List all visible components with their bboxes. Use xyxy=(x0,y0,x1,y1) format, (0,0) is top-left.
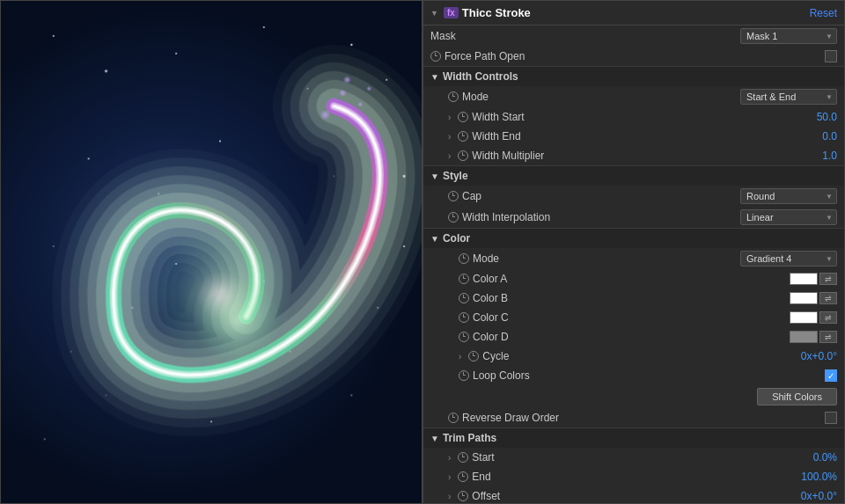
color-b-label: Color B xyxy=(430,292,790,304)
width-multiplier-number[interactable]: 1.0 xyxy=(822,150,837,162)
loop-colors-checkbox[interactable]: ✓ xyxy=(825,369,837,382)
width-start-clock-icon[interactable] xyxy=(458,112,468,122)
reverse-draw-order-checkbox[interactable] xyxy=(825,412,837,424)
style-label: Style xyxy=(443,170,468,182)
style-arrow: ▼ xyxy=(430,172,439,181)
color-d-row: Color D ⇌ xyxy=(423,327,844,347)
trim-end-value: 100.0% xyxy=(801,471,837,483)
width-start-number[interactable]: 50.0 xyxy=(817,111,837,123)
color-b-value: ⇌ xyxy=(790,292,837,304)
trim-start-expand[interactable]: › xyxy=(448,453,451,463)
mask-value[interactable]: Mask 1 None Mask 2 xyxy=(740,28,837,44)
width-end-expand[interactable]: › xyxy=(448,132,451,142)
width-interp-select[interactable]: Linear Ease In Ease Out xyxy=(740,209,837,225)
force-path-open-row: Force Path Open xyxy=(423,47,844,66)
color-a-label: Color A xyxy=(430,273,790,285)
width-end-clock-icon[interactable] xyxy=(458,131,468,142)
width-mode-dropdown-wrapper[interactable]: Start & End Uniform None xyxy=(740,89,837,105)
cycle-clock-icon[interactable] xyxy=(468,351,479,362)
fx-badge: fx xyxy=(444,7,459,18)
width-start-expand[interactable]: › xyxy=(448,113,451,122)
color-mode-clock-icon[interactable] xyxy=(459,253,469,264)
panel-header: ▼ fx Thicc Stroke Reset xyxy=(423,1,844,26)
cycle-expand[interactable]: › xyxy=(459,352,461,362)
color-b-swatch[interactable] xyxy=(790,292,818,304)
shift-colors-button[interactable]: Shift Colors xyxy=(757,388,837,405)
force-path-open-checkbox[interactable] xyxy=(825,50,837,62)
color-mode-label: Mode xyxy=(430,252,740,265)
width-interpolation-label: Width Interpolation xyxy=(430,211,740,223)
color-c-value: ⇌ xyxy=(790,311,837,324)
color-d-swatch[interactable] xyxy=(790,331,818,343)
color-section[interactable]: ▼ Color xyxy=(423,228,844,248)
color-a-clock-icon[interactable] xyxy=(459,274,469,284)
width-mode-label: Mode xyxy=(430,91,740,103)
shift-colors-row: Shift Colors xyxy=(423,385,844,408)
cap-dropdown-wrapper[interactable]: Round Flat Square xyxy=(740,188,837,204)
width-interp-clock-icon[interactable] xyxy=(448,212,459,223)
reverse-draw-order-label: Reverse Draw Order xyxy=(430,412,825,424)
trim-end-label: › End xyxy=(430,471,801,483)
color-a-swatch[interactable] xyxy=(790,273,818,285)
reverse-draw-clock-icon[interactable] xyxy=(448,413,459,423)
color-b-row: Color B ⇌ xyxy=(423,289,844,308)
color-a-arrow-btn[interactable]: ⇌ xyxy=(819,273,837,285)
width-controls-label: Width Controls xyxy=(443,70,518,83)
width-mode-select[interactable]: Start & End Uniform None xyxy=(740,89,837,105)
cycle-number[interactable]: 0x+0.0° xyxy=(801,350,837,362)
trim-offset-clock-icon[interactable] xyxy=(458,491,468,501)
trim-start-row: › Start 0.0% xyxy=(423,448,844,467)
color-d-label: Color D xyxy=(430,331,790,343)
color-a-value: ⇌ xyxy=(790,273,837,285)
color-mode-value[interactable]: Gradient 4 Gradient 2 Solid xyxy=(740,251,837,267)
color-d-clock-icon[interactable] xyxy=(459,332,469,342)
width-multiplier-row: › Width Multiplier 1.0 xyxy=(423,146,844,165)
cap-clock-icon[interactable] xyxy=(448,191,459,201)
width-controls-arrow: ▼ xyxy=(430,72,439,82)
width-interp-dropdown-wrapper[interactable]: Linear Ease In Ease Out xyxy=(740,209,837,225)
color-c-clock-icon[interactable] xyxy=(459,312,469,323)
color-mode-select[interactable]: Gradient 4 Gradient 2 Solid xyxy=(740,251,837,267)
reset-button[interactable]: Reset xyxy=(810,7,837,19)
color-mode-dropdown-wrapper[interactable]: Gradient 4 Gradient 2 Solid xyxy=(740,251,837,267)
width-interpolation-row: Width Interpolation Linear Ease In Ease … xyxy=(423,207,844,228)
trim-start-number[interactable]: 0.0% xyxy=(813,451,837,464)
color-d-value: ⇌ xyxy=(790,331,837,343)
width-mode-value[interactable]: Start & End Uniform None xyxy=(740,89,837,105)
color-b-arrow-btn[interactable]: ⇌ xyxy=(819,292,837,304)
trim-end-number[interactable]: 100.0% xyxy=(801,471,837,483)
cycle-value: 0x+0.0° xyxy=(801,350,837,362)
cap-value[interactable]: Round Flat Square xyxy=(740,188,837,204)
color-c-arrow-btn[interactable]: ⇌ xyxy=(819,311,837,324)
color-c-swatch[interactable] xyxy=(790,311,818,324)
color-b-clock-icon[interactable] xyxy=(459,293,469,303)
trim-end-clock-icon[interactable] xyxy=(458,471,468,482)
trim-paths-section[interactable]: ▼ Trim Paths xyxy=(423,427,844,448)
width-start-value: 50.0 xyxy=(817,111,837,123)
force-path-clock-icon[interactable] xyxy=(430,51,441,62)
mask-select[interactable]: Mask 1 None Mask 2 xyxy=(740,28,837,44)
width-multiplier-clock-icon[interactable] xyxy=(458,150,468,161)
width-start-label: › Width Start xyxy=(430,111,817,123)
trim-end-row: › End 100.0% xyxy=(423,467,844,486)
panel-collapse-arrow[interactable]: ▼ xyxy=(430,9,438,18)
trim-offset-expand[interactable]: › xyxy=(448,492,451,501)
width-interpolation-value[interactable]: Linear Ease In Ease Out xyxy=(740,209,837,225)
width-controls-section[interactable]: ▼ Width Controls xyxy=(423,66,844,86)
width-end-number[interactable]: 0.0 xyxy=(822,130,837,142)
trim-end-expand[interactable]: › xyxy=(448,472,451,482)
loop-colors-clock-icon[interactable] xyxy=(459,370,469,381)
loop-colors-value: ✓ xyxy=(825,369,837,382)
width-multiplier-expand[interactable]: › xyxy=(448,151,451,161)
cap-label: Cap xyxy=(430,190,740,202)
color-d-arrow-btn[interactable]: ⇌ xyxy=(819,331,837,343)
cap-select[interactable]: Round Flat Square xyxy=(740,188,837,204)
width-mode-clock-icon[interactable] xyxy=(448,91,459,102)
preview-panel xyxy=(0,0,422,504)
mask-dropdown-wrapper[interactable]: Mask 1 None Mask 2 xyxy=(740,28,837,44)
props-panel: ▼ fx Thicc Stroke Reset Mask Mask 1 None… xyxy=(422,0,845,504)
cap-row: Cap Round Flat Square xyxy=(423,186,844,207)
style-section[interactable]: ▼ Style xyxy=(423,165,844,186)
trim-start-clock-icon[interactable] xyxy=(458,452,468,463)
trim-offset-number[interactable]: 0x+0.0° xyxy=(801,490,837,502)
